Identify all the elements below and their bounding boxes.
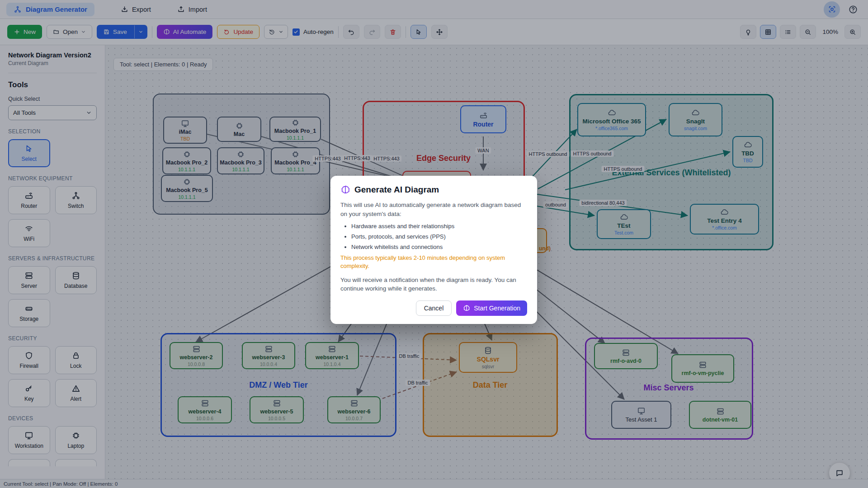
- cancel-button[interactable]: Cancel: [416, 300, 452, 316]
- modal-bullet: Hardware assets and their relationships: [351, 223, 527, 230]
- modal-bullet-list: Hardware assets and their relationships …: [351, 223, 527, 250]
- modal-bullet: Ports, protocols, and services (PPS): [351, 233, 527, 240]
- modal-warning: This process typically takes 2-10 minute…: [340, 254, 527, 270]
- brain-icon: [340, 185, 350, 195]
- start-generation-button[interactable]: Start Generation: [456, 300, 527, 316]
- brain-icon: [463, 305, 470, 312]
- modal-title: Generate AI Diagram: [354, 185, 439, 195]
- modal-bullet: Network whitelists and connections: [351, 244, 527, 250]
- generate-ai-diagram-modal: Generate AI Diagram This will use AI to …: [330, 176, 537, 324]
- modal-note: You will receive a notification when the…: [340, 276, 527, 293]
- modal-intro: This will use AI to automatically genera…: [340, 201, 527, 218]
